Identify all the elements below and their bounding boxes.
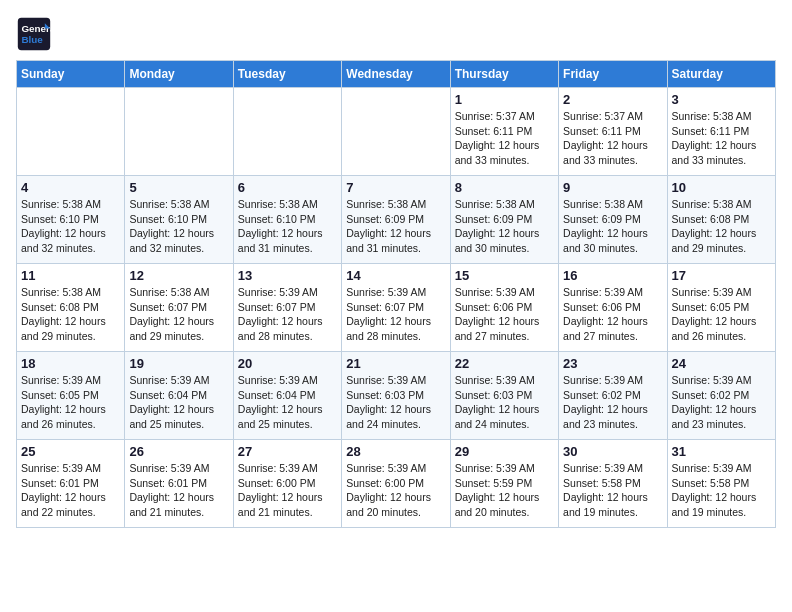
day-header-monday: Monday bbox=[125, 61, 233, 88]
calendar-cell: 19Sunrise: 5:39 AM Sunset: 6:04 PM Dayli… bbox=[125, 352, 233, 440]
calendar-cell: 23Sunrise: 5:39 AM Sunset: 6:02 PM Dayli… bbox=[559, 352, 667, 440]
calendar-header-row: SundayMondayTuesdayWednesdayThursdayFrid… bbox=[17, 61, 776, 88]
calendar-cell: 29Sunrise: 5:39 AM Sunset: 5:59 PM Dayli… bbox=[450, 440, 558, 528]
day-number: 25 bbox=[21, 444, 120, 459]
logo: General Blue bbox=[16, 16, 52, 52]
day-number: 31 bbox=[672, 444, 771, 459]
svg-text:General: General bbox=[21, 23, 52, 34]
day-info: Sunrise: 5:39 AM Sunset: 5:58 PM Dayligh… bbox=[563, 461, 662, 520]
day-info: Sunrise: 5:39 AM Sunset: 6:00 PM Dayligh… bbox=[238, 461, 337, 520]
calendar-cell: 2Sunrise: 5:37 AM Sunset: 6:11 PM Daylig… bbox=[559, 88, 667, 176]
day-info: Sunrise: 5:38 AM Sunset: 6:08 PM Dayligh… bbox=[672, 197, 771, 256]
day-info: Sunrise: 5:38 AM Sunset: 6:09 PM Dayligh… bbox=[563, 197, 662, 256]
day-info: Sunrise: 5:39 AM Sunset: 6:05 PM Dayligh… bbox=[21, 373, 120, 432]
calendar-cell: 7Sunrise: 5:38 AM Sunset: 6:09 PM Daylig… bbox=[342, 176, 450, 264]
calendar-cell: 25Sunrise: 5:39 AM Sunset: 6:01 PM Dayli… bbox=[17, 440, 125, 528]
day-info: Sunrise: 5:39 AM Sunset: 6:03 PM Dayligh… bbox=[455, 373, 554, 432]
day-number: 9 bbox=[563, 180, 662, 195]
day-info: Sunrise: 5:38 AM Sunset: 6:10 PM Dayligh… bbox=[238, 197, 337, 256]
day-header-friday: Friday bbox=[559, 61, 667, 88]
calendar-cell: 15Sunrise: 5:39 AM Sunset: 6:06 PM Dayli… bbox=[450, 264, 558, 352]
calendar-week-row: 4Sunrise: 5:38 AM Sunset: 6:10 PM Daylig… bbox=[17, 176, 776, 264]
calendar-cell bbox=[233, 88, 341, 176]
day-number: 17 bbox=[672, 268, 771, 283]
day-info: Sunrise: 5:39 AM Sunset: 6:00 PM Dayligh… bbox=[346, 461, 445, 520]
day-info: Sunrise: 5:39 AM Sunset: 6:03 PM Dayligh… bbox=[346, 373, 445, 432]
day-number: 4 bbox=[21, 180, 120, 195]
calendar-cell: 13Sunrise: 5:39 AM Sunset: 6:07 PM Dayli… bbox=[233, 264, 341, 352]
calendar-cell bbox=[125, 88, 233, 176]
day-number: 23 bbox=[563, 356, 662, 371]
calendar-cell: 16Sunrise: 5:39 AM Sunset: 6:06 PM Dayli… bbox=[559, 264, 667, 352]
day-header-wednesday: Wednesday bbox=[342, 61, 450, 88]
day-info: Sunrise: 5:39 AM Sunset: 6:06 PM Dayligh… bbox=[455, 285, 554, 344]
day-info: Sunrise: 5:38 AM Sunset: 6:07 PM Dayligh… bbox=[129, 285, 228, 344]
day-info: Sunrise: 5:39 AM Sunset: 6:04 PM Dayligh… bbox=[238, 373, 337, 432]
calendar-cell: 30Sunrise: 5:39 AM Sunset: 5:58 PM Dayli… bbox=[559, 440, 667, 528]
day-header-sunday: Sunday bbox=[17, 61, 125, 88]
calendar-week-row: 11Sunrise: 5:38 AM Sunset: 6:08 PM Dayli… bbox=[17, 264, 776, 352]
day-number: 8 bbox=[455, 180, 554, 195]
calendar-cell: 9Sunrise: 5:38 AM Sunset: 6:09 PM Daylig… bbox=[559, 176, 667, 264]
day-number: 22 bbox=[455, 356, 554, 371]
day-number: 20 bbox=[238, 356, 337, 371]
calendar-cell: 11Sunrise: 5:38 AM Sunset: 6:08 PM Dayli… bbox=[17, 264, 125, 352]
calendar-week-row: 25Sunrise: 5:39 AM Sunset: 6:01 PM Dayli… bbox=[17, 440, 776, 528]
calendar-cell: 5Sunrise: 5:38 AM Sunset: 6:10 PM Daylig… bbox=[125, 176, 233, 264]
day-info: Sunrise: 5:39 AM Sunset: 5:58 PM Dayligh… bbox=[672, 461, 771, 520]
day-info: Sunrise: 5:38 AM Sunset: 6:09 PM Dayligh… bbox=[455, 197, 554, 256]
day-number: 19 bbox=[129, 356, 228, 371]
day-info: Sunrise: 5:39 AM Sunset: 6:02 PM Dayligh… bbox=[672, 373, 771, 432]
day-header-thursday: Thursday bbox=[450, 61, 558, 88]
day-info: Sunrise: 5:39 AM Sunset: 6:01 PM Dayligh… bbox=[21, 461, 120, 520]
calendar-cell bbox=[342, 88, 450, 176]
calendar-cell: 10Sunrise: 5:38 AM Sunset: 6:08 PM Dayli… bbox=[667, 176, 775, 264]
page-header: General Blue bbox=[16, 16, 776, 52]
day-number: 2 bbox=[563, 92, 662, 107]
calendar-week-row: 18Sunrise: 5:39 AM Sunset: 6:05 PM Dayli… bbox=[17, 352, 776, 440]
day-info: Sunrise: 5:38 AM Sunset: 6:09 PM Dayligh… bbox=[346, 197, 445, 256]
day-info: Sunrise: 5:39 AM Sunset: 6:06 PM Dayligh… bbox=[563, 285, 662, 344]
day-header-saturday: Saturday bbox=[667, 61, 775, 88]
day-info: Sunrise: 5:38 AM Sunset: 6:10 PM Dayligh… bbox=[129, 197, 228, 256]
day-number: 6 bbox=[238, 180, 337, 195]
calendar-cell: 6Sunrise: 5:38 AM Sunset: 6:10 PM Daylig… bbox=[233, 176, 341, 264]
day-info: Sunrise: 5:37 AM Sunset: 6:11 PM Dayligh… bbox=[563, 109, 662, 168]
calendar-cell: 31Sunrise: 5:39 AM Sunset: 5:58 PM Dayli… bbox=[667, 440, 775, 528]
day-header-tuesday: Tuesday bbox=[233, 61, 341, 88]
svg-text:Blue: Blue bbox=[21, 34, 43, 45]
calendar-cell: 14Sunrise: 5:39 AM Sunset: 6:07 PM Dayli… bbox=[342, 264, 450, 352]
calendar-cell: 21Sunrise: 5:39 AM Sunset: 6:03 PM Dayli… bbox=[342, 352, 450, 440]
calendar-cell: 28Sunrise: 5:39 AM Sunset: 6:00 PM Dayli… bbox=[342, 440, 450, 528]
calendar-cell: 22Sunrise: 5:39 AM Sunset: 6:03 PM Dayli… bbox=[450, 352, 558, 440]
calendar-table: SundayMondayTuesdayWednesdayThursdayFrid… bbox=[16, 60, 776, 528]
calendar-cell: 27Sunrise: 5:39 AM Sunset: 6:00 PM Dayli… bbox=[233, 440, 341, 528]
day-number: 5 bbox=[129, 180, 228, 195]
day-number: 24 bbox=[672, 356, 771, 371]
day-number: 29 bbox=[455, 444, 554, 459]
day-number: 26 bbox=[129, 444, 228, 459]
calendar-cell: 17Sunrise: 5:39 AM Sunset: 6:05 PM Dayli… bbox=[667, 264, 775, 352]
day-info: Sunrise: 5:39 AM Sunset: 5:59 PM Dayligh… bbox=[455, 461, 554, 520]
day-number: 21 bbox=[346, 356, 445, 371]
day-info: Sunrise: 5:39 AM Sunset: 6:07 PM Dayligh… bbox=[346, 285, 445, 344]
calendar-cell: 3Sunrise: 5:38 AM Sunset: 6:11 PM Daylig… bbox=[667, 88, 775, 176]
day-info: Sunrise: 5:39 AM Sunset: 6:07 PM Dayligh… bbox=[238, 285, 337, 344]
day-info: Sunrise: 5:37 AM Sunset: 6:11 PM Dayligh… bbox=[455, 109, 554, 168]
calendar-cell: 26Sunrise: 5:39 AM Sunset: 6:01 PM Dayli… bbox=[125, 440, 233, 528]
day-number: 13 bbox=[238, 268, 337, 283]
day-info: Sunrise: 5:39 AM Sunset: 6:04 PM Dayligh… bbox=[129, 373, 228, 432]
calendar-cell: 20Sunrise: 5:39 AM Sunset: 6:04 PM Dayli… bbox=[233, 352, 341, 440]
day-number: 14 bbox=[346, 268, 445, 283]
day-number: 10 bbox=[672, 180, 771, 195]
day-number: 1 bbox=[455, 92, 554, 107]
day-info: Sunrise: 5:39 AM Sunset: 6:05 PM Dayligh… bbox=[672, 285, 771, 344]
day-info: Sunrise: 5:39 AM Sunset: 6:01 PM Dayligh… bbox=[129, 461, 228, 520]
calendar-week-row: 1Sunrise: 5:37 AM Sunset: 6:11 PM Daylig… bbox=[17, 88, 776, 176]
calendar-cell: 1Sunrise: 5:37 AM Sunset: 6:11 PM Daylig… bbox=[450, 88, 558, 176]
day-number: 3 bbox=[672, 92, 771, 107]
calendar-cell: 18Sunrise: 5:39 AM Sunset: 6:05 PM Dayli… bbox=[17, 352, 125, 440]
calendar-cell bbox=[17, 88, 125, 176]
calendar-cell: 24Sunrise: 5:39 AM Sunset: 6:02 PM Dayli… bbox=[667, 352, 775, 440]
day-number: 12 bbox=[129, 268, 228, 283]
